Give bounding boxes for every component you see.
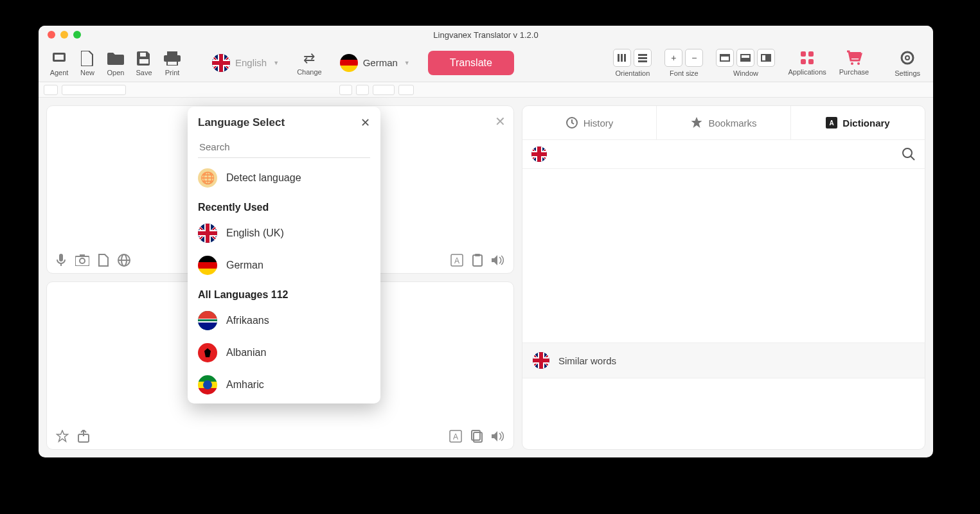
svg-rect-11 — [638, 57, 647, 59]
svg-rect-20 — [808, 51, 814, 57]
language-search-input[interactable] — [198, 136, 370, 157]
new-button[interactable]: New — [73, 45, 102, 81]
format-control[interactable] — [398, 85, 414, 95]
svg-rect-9 — [624, 54, 626, 62]
svg-point-23 — [851, 62, 853, 65]
tab-dictionary[interactable]: A Dictionary — [791, 106, 925, 139]
svg-rect-2 — [140, 53, 146, 57]
format-control[interactable] — [373, 85, 395, 95]
language-option-german[interactable]: German — [188, 249, 380, 281]
za-flag-icon — [198, 311, 217, 330]
dictionary-footer — [522, 378, 925, 449]
format-control[interactable] — [356, 85, 369, 95]
camera-icon[interactable] — [75, 254, 89, 266]
language-select-popover: Language Select ✕ Detect language Recent… — [188, 107, 380, 403]
format-control[interactable] — [62, 85, 126, 95]
globe-icon[interactable] — [118, 254, 130, 267]
fontsize-decrease-button[interactable]: − — [685, 49, 703, 67]
print-button[interactable]: Print — [158, 45, 186, 81]
layout-3-button[interactable] — [757, 49, 775, 67]
language-selector-area: English ▼ ⇄ Change German ▼ Translate — [206, 50, 514, 76]
svg-rect-22 — [808, 59, 814, 64]
language-option-albanian[interactable]: Albanian — [188, 337, 380, 369]
document-icon[interactable] — [98, 254, 109, 267]
uk-flag-icon — [533, 352, 549, 369]
de-flag-icon — [198, 256, 217, 275]
cart-icon — [846, 50, 862, 66]
all-section-header: All Languages 112 — [188, 281, 380, 305]
speaker-icon[interactable] — [492, 430, 504, 442]
svg-line-48 — [911, 156, 914, 160]
window-layout-group: Window — [716, 49, 775, 77]
clear-source-button[interactable]: ✕ — [495, 114, 506, 129]
copy-icon[interactable] — [471, 430, 483, 443]
format-control[interactable] — [44, 85, 58, 95]
close-popover-button[interactable]: ✕ — [361, 116, 370, 130]
transliterate-icon[interactable]: A — [449, 430, 462, 443]
target-language-selector[interactable]: German ▼ — [334, 51, 416, 75]
language-option-amharic[interactable]: Amharic — [188, 369, 380, 403]
minimize-window-button[interactable] — [60, 31, 68, 39]
language-search — [198, 136, 370, 158]
swap-icon: ⇄ — [303, 50, 315, 67]
clipboard-icon[interactable] — [472, 254, 483, 267]
settings-button[interactable]: Settings — [895, 49, 920, 77]
layout-2-button[interactable] — [736, 49, 754, 67]
fontsize-group: + − Font size — [664, 49, 703, 77]
star-icon[interactable] — [56, 430, 69, 443]
dictionary-body — [522, 169, 925, 342]
folder-icon — [107, 49, 125, 67]
applications-button[interactable]: Applications — [788, 50, 826, 76]
purchase-button[interactable]: Purchase — [839, 50, 869, 76]
star-icon — [690, 116, 703, 129]
svg-point-26 — [905, 56, 909, 60]
open-button[interactable]: Open — [102, 45, 130, 81]
svg-text:A: A — [453, 432, 458, 441]
similar-words-row[interactable]: Similar words — [522, 342, 925, 378]
search-icon[interactable] — [902, 147, 916, 161]
gear-icon — [898, 49, 916, 67]
language-option-english-uk[interactable]: English (UK) — [188, 217, 380, 249]
file-icon — [78, 49, 96, 67]
main-toolbar: Agent New Open Save Print English ▼ ⇄ — [39, 44, 933, 82]
tab-bookmarks[interactable]: Bookmarks — [657, 106, 791, 139]
share-icon[interactable] — [78, 430, 89, 443]
tab-history[interactable]: History — [522, 106, 657, 139]
layout-1-button[interactable] — [716, 49, 734, 67]
window-title: Lingvanex Translator v 1.2.0 — [39, 30, 933, 40]
svg-rect-16 — [742, 55, 749, 58]
svg-rect-38 — [475, 254, 480, 256]
svg-rect-18 — [762, 55, 765, 60]
orientation-group: Orientation — [613, 49, 652, 77]
svg-rect-3 — [139, 59, 148, 64]
apps-icon — [799, 50, 815, 66]
main-content: ✕ A A — [39, 98, 933, 457]
formatting-bar — [39, 82, 933, 98]
format-control[interactable] — [339, 85, 352, 95]
swap-languages-button[interactable]: ⇄ Change — [297, 50, 322, 76]
language-option-afrikaans[interactable]: Afrikaans — [188, 305, 380, 337]
agent-button[interactable]: Agent — [45, 45, 73, 81]
speaker-icon[interactable] — [492, 254, 504, 266]
microphone-icon[interactable] — [56, 254, 66, 267]
orientation-columns-button[interactable] — [613, 49, 631, 67]
source-language-selector[interactable]: English ▼ — [206, 51, 285, 75]
svg-rect-1 — [55, 55, 64, 60]
uk-flag-icon — [198, 224, 217, 243]
translate-button[interactable]: Translate — [428, 51, 514, 75]
close-window-button[interactable] — [48, 31, 55, 39]
transliterate-icon[interactable]: A — [450, 254, 463, 267]
uk-flag-icon — [212, 54, 230, 72]
svg-rect-21 — [801, 59, 806, 64]
maximize-window-button[interactable] — [73, 31, 81, 39]
detect-language-option[interactable]: Detect language — [188, 162, 380, 194]
svg-rect-31 — [80, 254, 85, 257]
dictionary-search-input[interactable] — [547, 146, 902, 162]
print-icon — [163, 49, 181, 67]
globe-icon — [198, 168, 217, 188]
history-icon — [566, 116, 578, 129]
chevron-down-icon: ▼ — [273, 60, 279, 66]
fontsize-increase-button[interactable]: + — [664, 49, 682, 67]
orientation-rows-button[interactable] — [634, 49, 652, 67]
save-button[interactable]: Save — [130, 45, 158, 81]
